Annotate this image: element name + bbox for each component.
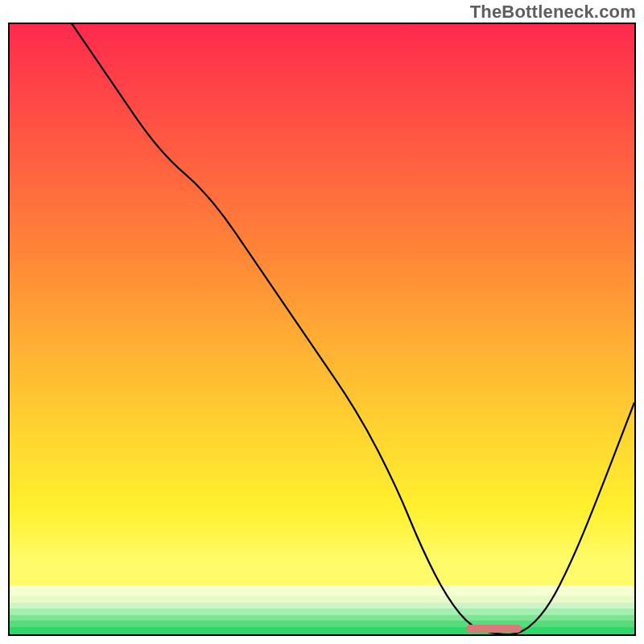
watermark-text: TheBottleneck.com <box>470 2 636 23</box>
optimal-range-marker <box>466 625 522 633</box>
chart-frame <box>8 23 636 636</box>
bottleneck-curve <box>10 24 634 634</box>
